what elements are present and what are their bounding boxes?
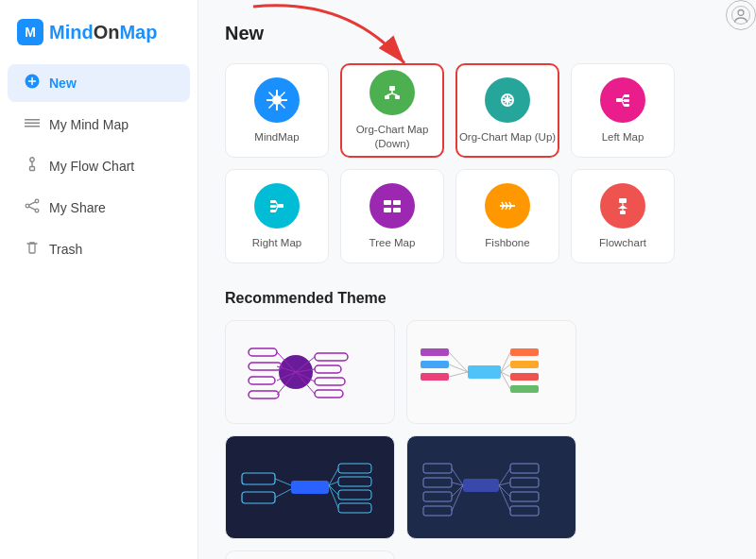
flowchart-icon — [600, 183, 645, 229]
svg-line-94 — [449, 352, 468, 372]
flowchart-label: Flowchart — [599, 236, 646, 250]
theme-card-5[interactable] — [225, 551, 395, 559]
fishbone-label: Fishbone — [485, 236, 529, 250]
svg-rect-52 — [384, 208, 391, 212]
recommended-theme-title: Recommended Theme — [225, 290, 730, 307]
svg-rect-118 — [423, 506, 452, 516]
theme-card-1[interactable] — [225, 320, 395, 424]
svg-rect-51 — [393, 200, 401, 205]
svg-rect-121 — [510, 492, 539, 501]
left-map-icon — [600, 77, 645, 123]
svg-rect-25 — [389, 86, 395, 91]
svg-line-125 — [452, 485, 463, 497]
mindmap-label: MindMap — [254, 130, 299, 144]
theme-card-3[interactable] — [225, 435, 395, 539]
svg-rect-50 — [384, 200, 391, 205]
svg-rect-102 — [242, 492, 275, 503]
svg-rect-89 — [510, 373, 539, 381]
svg-rect-117 — [423, 492, 452, 501]
svg-point-8 — [26, 204, 29, 208]
map-item-fishbone[interactable]: Fishbone — [455, 169, 559, 263]
sidebar-item-my-mind-map-label: My Mind Map — [49, 117, 129, 132]
svg-line-11 — [29, 207, 36, 210]
svg-line-96 — [449, 372, 468, 377]
svg-line-113 — [329, 485, 338, 508]
svg-line-10 — [29, 202, 36, 205]
svg-line-129 — [499, 485, 510, 497]
svg-rect-86 — [468, 365, 501, 379]
sidebar-item-my-flow-chart[interactable]: My Flow Chart — [8, 147, 190, 185]
map-item-tree-map[interactable]: Tree Map — [340, 169, 444, 263]
svg-line-95 — [449, 364, 468, 372]
sidebar-item-trash[interactable]: Trash — [8, 230, 190, 268]
recommended-theme-section: Recommended Theme — [225, 290, 730, 559]
svg-rect-71 — [315, 365, 341, 373]
svg-rect-76 — [249, 377, 275, 384]
svg-line-126 — [452, 485, 463, 511]
map-item-left-map[interactable]: Left Map — [571, 63, 675, 158]
map-item-mindmap[interactable]: MindMap — [225, 63, 329, 158]
user-avatar-button[interactable] — [726, 0, 756, 30]
map-item-org-chart-down[interactable]: Org-Chart Map(Down) — [340, 63, 444, 158]
svg-rect-88 — [510, 361, 539, 368]
svg-rect-104 — [338, 464, 371, 473]
svg-point-9 — [35, 209, 39, 212]
svg-rect-27 — [395, 95, 400, 99]
svg-rect-77 — [249, 391, 279, 398]
svg-rect-65 — [620, 211, 626, 214]
svg-rect-72 — [315, 378, 345, 385]
theme-card-4[interactable] — [406, 435, 576, 539]
sidebar-item-my-share-label: My Share — [49, 200, 106, 215]
logo-text: MindOnMap — [49, 22, 157, 43]
sidebar-item-trash-label: Trash — [49, 242, 82, 257]
sidebar-item-my-share[interactable]: My Share — [8, 189, 190, 227]
theme-card-2[interactable] — [406, 320, 576, 424]
left-map-label: Left Map — [602, 130, 644, 144]
svg-rect-2 — [25, 123, 40, 125]
svg-point-13 — [738, 10, 744, 16]
svg-rect-106 — [338, 490, 371, 500]
svg-rect-114 — [463, 479, 499, 492]
plus-icon — [25, 74, 40, 93]
svg-rect-105 — [338, 477, 371, 486]
svg-rect-43 — [270, 200, 276, 203]
map-item-right-map[interactable]: Right Map — [225, 169, 329, 263]
svg-rect-119 — [510, 464, 539, 473]
map-item-org-chart-up[interactable]: Org-Chart Map (Up) — [455, 63, 559, 158]
sidebar-item-new[interactable]: New — [8, 64, 190, 102]
svg-rect-3 — [25, 126, 40, 127]
svg-line-108 — [275, 479, 291, 485]
svg-line-109 — [275, 489, 291, 498]
map-grid: MindMap Org-Chart Map(Down) — [225, 63, 730, 263]
sidebar-item-my-mind-map[interactable]: My Mind Map — [8, 106, 190, 144]
svg-rect-75 — [249, 363, 282, 370]
svg-rect-90 — [510, 385, 539, 393]
svg-rect-93 — [421, 373, 449, 381]
sidebar: M MindOnMap New My Mind Map My Flow Char… — [0, 0, 198, 559]
svg-rect-42 — [278, 204, 284, 208]
main-content: New — [198, 0, 756, 559]
svg-rect-92 — [421, 361, 449, 368]
svg-rect-34 — [616, 98, 622, 102]
svg-rect-53 — [393, 208, 401, 212]
svg-line-97 — [501, 352, 510, 372]
org-chart-down-icon — [369, 70, 415, 115]
svg-point-49 — [379, 193, 405, 219]
section-title-new: New — [225, 23, 730, 44]
svg-rect-120 — [510, 478, 539, 487]
sidebar-item-my-flow-chart-label: My Flow Chart — [49, 159, 134, 174]
tree-map-icon — [369, 183, 415, 229]
svg-line-130 — [499, 485, 510, 511]
svg-rect-91 — [421, 348, 449, 356]
svg-rect-73 — [315, 390, 343, 398]
svg-rect-1 — [25, 119, 40, 121]
map-item-flowchart[interactable]: Flowchart — [571, 169, 675, 263]
right-map-icon — [254, 183, 300, 229]
svg-rect-122 — [510, 506, 539, 516]
logo: M MindOnMap — [0, 9, 198, 62]
flow-chart-icon — [25, 157, 40, 176]
mindmap-icon — [254, 77, 300, 123]
svg-rect-44 — [270, 205, 276, 208]
svg-rect-26 — [385, 95, 389, 99]
org-chart-up-icon — [485, 77, 530, 123]
